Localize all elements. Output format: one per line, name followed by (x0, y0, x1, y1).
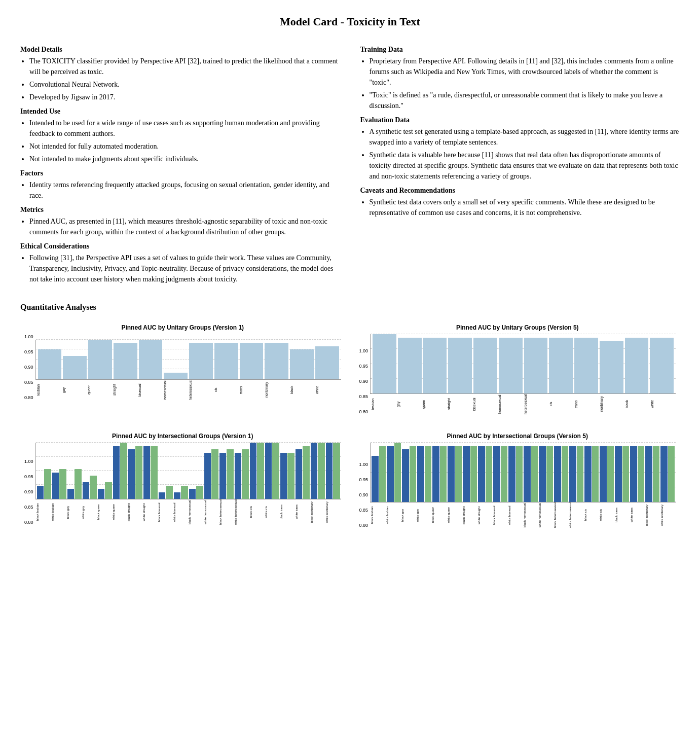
chart1-bars (35, 340, 341, 380)
bar (645, 446, 652, 503)
bar (139, 340, 163, 379)
list-item: Not intended to make judgments about spe… (29, 154, 340, 164)
bar-group (448, 446, 462, 503)
bar-group (645, 446, 659, 503)
bar (425, 446, 432, 503)
bar (38, 349, 62, 379)
bar (44, 469, 51, 499)
list-item: Identity terms referencing frequently at… (29, 180, 340, 201)
bar-group (296, 446, 310, 499)
caveats-list: Synthetic test data covers only a small … (370, 197, 680, 218)
right-column: Training Data Proprietary from Perspecti… (360, 41, 680, 288)
chart3-title: Pinned AUC by Intersectional Groups (Ver… (24, 433, 341, 440)
bar (280, 453, 287, 499)
bar-group (250, 443, 264, 499)
training-data-section: Training Data Proprietary from Perspecti… (360, 46, 680, 111)
bar-group (143, 446, 158, 499)
x-axis-label: gay (62, 380, 86, 400)
bar (524, 446, 531, 503)
metrics-list: Pinned AUC, as presented in [11], which … (29, 216, 340, 237)
x-axis-label: white lesbian (51, 499, 66, 525)
y-label: 0.90 (359, 492, 369, 497)
intended-use-heading: Intended Use (20, 107, 340, 116)
x-axis-label: white cis (265, 499, 279, 525)
bar (455, 446, 462, 503)
x-axis-label: white bisexual (173, 499, 188, 525)
bar-group (569, 446, 583, 503)
x-axis-label: white straight (477, 503, 492, 528)
y-label: 0.80 (359, 409, 369, 414)
bar (37, 486, 44, 499)
y-label: 1.00 (24, 334, 33, 339)
bar (219, 453, 227, 499)
y-label: 0.85 (359, 508, 369, 513)
factors-section: Factors Identity terms referencing frequ… (20, 169, 340, 201)
bar (432, 446, 439, 503)
x-axis-label: white gay (416, 503, 431, 528)
chart4-y-axis: 1.00 0.95 0.90 0.85 0.80 (359, 462, 369, 528)
chart2-y-axis: 1.00 0.95 0.90 0.85 0.80 (359, 348, 369, 414)
x-axis-label: black trans (615, 503, 630, 528)
bar (478, 446, 485, 503)
metrics-heading: Metrics (20, 206, 340, 214)
bar (486, 446, 493, 503)
bar (326, 443, 333, 499)
bar (90, 476, 97, 499)
y-label: 1.00 (359, 462, 369, 467)
bar (493, 446, 500, 503)
bar (577, 446, 584, 503)
bar (373, 334, 396, 393)
chart3-y-axis: 1.00 0.95 0.90 0.85 0.80 (24, 459, 33, 525)
bar (387, 446, 394, 503)
bar (379, 446, 386, 503)
bar (135, 446, 142, 499)
x-axis-label: white queer (447, 503, 462, 528)
bar-group (554, 446, 568, 503)
bar (113, 446, 120, 499)
x-axis-label: black bisexual (493, 503, 507, 528)
x-axis-label: cis (549, 394, 573, 414)
left-column: Model Details The TOXICITY classifier pr… (20, 41, 340, 288)
model-details-list: The TOXICITY classifier provided by Pers… (29, 56, 340, 102)
x-axis-label: black queer (97, 499, 112, 525)
list-item: Following [31], the Perspective API uses… (29, 253, 340, 284)
bar-group (600, 446, 614, 503)
x-axis-label: white gay (82, 499, 96, 525)
bar (211, 449, 218, 499)
x-axis-label: black queer (431, 503, 446, 528)
x-axis-label: queer (422, 394, 446, 414)
y-label: 0.95 (359, 477, 369, 482)
x-axis-label: white (650, 394, 675, 414)
bar-group (52, 469, 66, 499)
bar (501, 446, 508, 503)
bar (83, 482, 90, 499)
bar-group (630, 446, 644, 503)
bar (265, 343, 288, 379)
bar (423, 338, 447, 394)
factors-list: Identity terms referencing frequently at… (29, 180, 340, 201)
evaluation-data-heading: Evaluation Data (360, 116, 680, 124)
x-axis-label: nonbinary (265, 380, 289, 400)
metrics-section: Metrics Pinned AUC, as presented in [11]… (20, 206, 340, 237)
bar (128, 449, 135, 499)
bar (59, 469, 66, 499)
bar-group (387, 443, 401, 502)
bar (592, 446, 599, 503)
x-axis-label: white trans (630, 503, 645, 528)
bar-group (280, 453, 294, 499)
bar (574, 338, 598, 394)
x-axis-label: white trans (295, 499, 310, 525)
bar (333, 443, 340, 499)
bar (227, 449, 234, 499)
intended-use-section: Intended Use Intended to be used for a w… (20, 107, 340, 164)
bar (584, 446, 592, 503)
y-label: 1.00 (359, 348, 369, 353)
x-axis-label: white heterosexual (234, 499, 249, 525)
list-item: Convolutional Neural Network. (29, 79, 340, 90)
bar (164, 373, 188, 379)
bar (315, 346, 339, 379)
chart1-container: Pinned AUC by Unitary Groups (Version 1)… (20, 320, 345, 418)
bar-group (478, 446, 492, 503)
bar-group (113, 443, 127, 499)
x-axis-label: white straight (142, 499, 157, 525)
